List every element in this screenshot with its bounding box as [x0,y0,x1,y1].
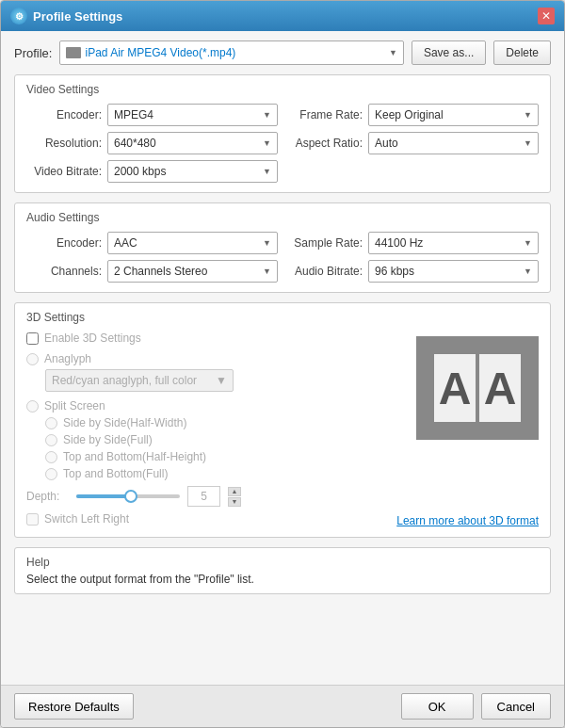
anaglyph-dropdown[interactable]: Red/cyan anaglyph, full color ▼ [45,369,234,392]
learn-more-link[interactable]: Learn more about 3D format [396,514,539,527]
side-by-side-full-label: Side by Side(Full) [63,433,153,446]
depth-row: Depth: 5 ▲ ▼ [26,486,539,507]
side-by-side-full-radio[interactable] [45,434,57,446]
anaglyph-dropdown-arrow: ▼ [216,374,227,387]
footer: Restore Defaults OK Cancel [1,685,564,727]
ok-button[interactable]: OK [401,693,474,720]
enable-3d-label: Enable 3D Settings [44,332,141,345]
profile-settings-dialog: ⚙ Profile Settings ✕ Profile: iPad Air M… [0,0,565,728]
encoder-value: MPEG4 [114,108,153,121]
frame-rate-value: Keep Original [375,108,444,121]
top-bottom-half-row: Top and Bottom(Half-Height) [45,450,539,463]
resolution-arrow: ▼ [263,138,271,148]
depth-slider-thumb [124,490,137,503]
delete-button[interactable]: Delete [493,40,551,65]
switch-left-right-checkbox[interactable] [26,513,39,526]
depth-label: Depth: [26,490,69,503]
profile-icon [66,47,81,58]
profile-row: Profile: iPad Air MPEG4 Video(*.mp4) ▼ S… [14,40,551,65]
cancel-button[interactable]: Cancel [481,693,551,720]
sample-rate-select[interactable]: 44100 Hz ▼ [368,232,539,254]
video-settings-grid: Encoder: MPEG4 ▼ Frame Rate: Keep Origin… [26,104,539,183]
audio-settings-grid: Encoder: AAC ▼ Sample Rate: 44100 Hz ▼ [26,232,539,283]
sample-rate-row: Sample Rate: 44100 Hz ▼ [287,232,539,254]
channels-label: Channels: [26,265,102,278]
anaglyph-dropdown-value: Red/cyan anaglyph, full color [52,374,197,387]
channels-arrow: ▼ [263,267,271,276]
depth-spin-down[interactable]: ▼ [228,497,241,507]
profile-label: Profile: [14,46,52,60]
help-text: Select the output format from the "Profi… [26,573,539,586]
video-settings-title: Video Settings [26,83,539,96]
aspect-ratio-select[interactable]: Auto ▼ [368,132,539,154]
depth-slider[interactable] [76,494,180,498]
sample-rate-arrow: ▼ [524,238,532,248]
top-bottom-full-label: Top and Bottom(Full) [63,467,168,480]
dialog-title: Profile Settings [33,9,122,24]
switch-learn-row: Switch Left Right Learn more about 3D fo… [26,510,539,527]
aspect-ratio-value: Auto [375,137,398,150]
encoder-label: Encoder: [26,108,102,121]
audio-bitrate-select[interactable]: 96 kbps ▼ [368,260,539,283]
top-bottom-full-row: Top and Bottom(Full) [45,467,539,480]
audio-bitrate-row: Audio Bitrate: 96 kbps ▼ [287,260,539,283]
frame-rate-row: Frame Rate: Keep Original ▼ [287,104,539,126]
side-by-side-half-radio[interactable] [45,417,57,429]
app-icon: ⚙ [10,8,27,24]
audio-settings-title: Audio Settings [26,211,539,224]
profile-select[interactable]: iPad Air MPEG4 Video(*.mp4) ▼ [59,40,403,65]
video-bitrate-value: 2000 kbps [114,165,166,178]
depth-input[interactable]: 5 [187,486,220,507]
switch-left-right-row: Switch Left Right [26,512,129,526]
sample-rate-label: Sample Rate: [287,236,363,250]
sample-rate-value: 44100 Hz [375,236,423,250]
channels-row: Channels: 2 Channels Stereo ▼ [26,260,278,283]
profile-value: iPad Air MPEG4 Video(*.mp4) [85,46,235,59]
anaglyph-radio[interactable] [26,353,39,365]
video-settings-section: Video Settings Encoder: MPEG4 ▼ Frame Ra… [14,74,551,193]
encoder-select[interactable]: MPEG4 ▼ [107,104,278,126]
frame-rate-select[interactable]: Keep Original ▼ [368,104,539,126]
frame-rate-arrow: ▼ [524,110,532,120]
title-bar: ⚙ Profile Settings ✕ [1,1,564,31]
video-bitrate-arrow: ▼ [263,167,271,176]
audio-settings-section: Audio Settings Encoder: AAC ▼ Sample Rat… [14,202,551,293]
encoder-row: Encoder: MPEG4 ▼ [26,104,278,126]
top-bottom-full-radio[interactable] [45,468,57,480]
channels-select[interactable]: 2 Channels Stereo ▼ [107,260,278,283]
aspect-ratio-label: Aspect Ratio: [287,137,363,150]
split-screen-radio[interactable] [26,400,39,413]
audio-encoder-select[interactable]: AAC ▼ [107,232,278,254]
audio-encoder-value: AAC [114,236,137,250]
depth-slider-fill [76,494,128,498]
depth-spin-up[interactable]: ▲ [228,487,241,496]
close-button[interactable]: ✕ [538,8,555,24]
audio-bitrate-arrow: ▼ [524,267,532,276]
3d-settings-section: 3D Settings A A Enable 3D Settings Anagl… [14,302,551,538]
side-by-side-half-label: Side by Side(Half-Width) [63,416,186,429]
restore-defaults-button[interactable]: Restore Defaults [14,693,134,720]
resolution-row: Resolution: 640*480 ▼ [26,132,278,154]
enable-3d-checkbox[interactable] [26,332,39,345]
audio-bitrate-label: Audio Bitrate: [287,265,363,278]
preview-letters: A A [434,354,521,422]
video-bitrate-select[interactable]: 2000 kbps ▼ [107,160,278,183]
audio-encoder-label: Encoder: [26,236,102,250]
dialog-content: Profile: iPad Air MPEG4 Video(*.mp4) ▼ S… [1,31,564,685]
video-bitrate-label: Video Bitrate: [26,165,102,178]
save-as-button[interactable]: Save as... [412,40,486,65]
footer-right: OK Cancel [401,693,551,720]
profile-dropdown-arrow: ▼ [389,48,397,57]
help-section: Help Select the output format from the "… [14,547,551,594]
audio-encoder-row: Encoder: AAC ▼ [26,232,278,254]
resolution-select[interactable]: 640*480 ▼ [107,132,278,154]
top-bottom-half-label: Top and Bottom(Half-Height) [63,450,206,463]
title-bar-left: ⚙ Profile Settings [10,8,122,24]
audio-encoder-arrow: ▼ [263,238,271,248]
anaglyph-label: Anaglyph [44,352,91,365]
video-bitrate-row: Video Bitrate: 2000 kbps ▼ [26,160,278,183]
top-bottom-half-radio[interactable] [45,451,57,463]
aspect-ratio-arrow: ▼ [524,138,532,148]
aspect-ratio-row: Aspect Ratio: Auto ▼ [287,132,539,154]
3d-preview-box: A A [416,336,539,440]
